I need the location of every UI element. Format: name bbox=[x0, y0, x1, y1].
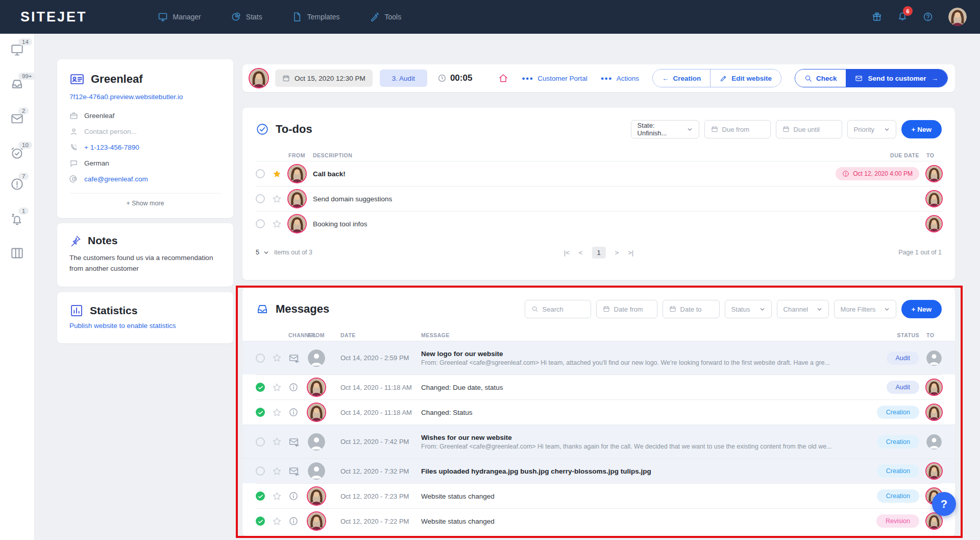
todo-due-until-filter[interactable]: Due until bbox=[776, 120, 842, 138]
message-row[interactable]: Oct 12, 2020 - 7:22 PMWebsite status cha… bbox=[256, 508, 942, 533]
rail-todos-alarm-icon[interactable]: 10 bbox=[10, 146, 24, 160]
sitejet-logo[interactable]: SITEJET bbox=[20, 9, 87, 25]
message-channel-filter[interactable]: Channel bbox=[777, 300, 829, 318]
message-from-avatar[interactable] bbox=[308, 512, 325, 530]
message-to-avatar[interactable] bbox=[926, 513, 942, 529]
home-icon[interactable] bbox=[498, 73, 508, 83]
rail-boards-icon[interactable] bbox=[10, 246, 24, 261]
star-icon[interactable] bbox=[272, 194, 282, 204]
message-to-avatar[interactable] bbox=[926, 350, 942, 366]
message-to-avatar[interactable] bbox=[926, 434, 942, 450]
message-row[interactable]: Oct 12, 2020 - 7:23 PMWebsite status cha… bbox=[256, 483, 942, 508]
todo-to-avatar[interactable] bbox=[926, 216, 942, 231]
todo-checkbox[interactable] bbox=[256, 169, 265, 178]
new-todo-button[interactable]: + New bbox=[901, 120, 942, 138]
status-badge[interactable]: Creation bbox=[877, 435, 919, 449]
message-date-to-filter[interactable]: Date to bbox=[663, 300, 720, 318]
rail-alerts-icon[interactable]: 7 bbox=[10, 177, 24, 192]
project-avatar[interactable] bbox=[250, 69, 268, 87]
rail-snooze-bell-icon[interactable]: 1 bbox=[10, 212, 24, 226]
customer-field-value[interactable]: + 1-123-456-7890 bbox=[84, 144, 139, 151]
nav-item-tools[interactable]: Tools bbox=[370, 12, 402, 22]
send-to-customer-button[interactable]: Send to customer → bbox=[846, 69, 947, 87]
message-read-checkbox[interactable] bbox=[256, 516, 265, 526]
message-read-checkbox[interactable] bbox=[256, 408, 265, 417]
phase-chip[interactable]: 3. Audit bbox=[380, 69, 427, 87]
message-row[interactable]: Oct 14, 2020 - 2:59 PMNew logo for our w… bbox=[242, 341, 955, 374]
todo-title[interactable]: Booking tool infos bbox=[313, 220, 912, 228]
first-page-button[interactable]: |< bbox=[564, 249, 570, 256]
status-badge[interactable]: Creation bbox=[877, 489, 919, 503]
new-message-button[interactable]: + New bbox=[901, 300, 942, 318]
customer-website-link[interactable]: 7f12e-476a0.preview.websitebutler.io bbox=[69, 93, 221, 101]
message-read-checkbox[interactable] bbox=[256, 383, 265, 392]
help-fab-button[interactable]: ? bbox=[932, 492, 956, 516]
nav-item-stats[interactable]: Stats bbox=[231, 12, 262, 22]
current-page[interactable]: 1 bbox=[592, 247, 605, 259]
todo-checkbox[interactable] bbox=[256, 219, 265, 228]
todo-row[interactable]: Call back!Oct 12, 2020 4:00 PM bbox=[256, 161, 942, 186]
rail-inbox-icon[interactable]: 99+ bbox=[10, 77, 24, 91]
show-more-button[interactable]: + Show more bbox=[69, 193, 221, 213]
page-size-select[interactable]: 5 bbox=[256, 249, 269, 256]
todo-due-from-filter[interactable]: Due from bbox=[704, 120, 771, 138]
message-from-avatar[interactable] bbox=[308, 379, 325, 396]
todo-row[interactable]: Booking tool infos bbox=[256, 211, 942, 236]
star-icon[interactable] bbox=[272, 466, 282, 476]
status-badge[interactable]: Revision bbox=[876, 514, 919, 528]
todo-to-avatar[interactable] bbox=[926, 166, 942, 181]
todo-checkbox[interactable] bbox=[256, 194, 265, 203]
notifications-bell[interactable]: 6 bbox=[897, 11, 908, 23]
todo-state-filter[interactable]: State: Unfinish... bbox=[631, 120, 699, 138]
customer-field-value[interactable]: cafe@greenleaf.com bbox=[84, 175, 148, 183]
todo-from-avatar[interactable] bbox=[288, 190, 306, 207]
customer-field-value[interactable]: Contact person... bbox=[84, 128, 137, 135]
status-badge[interactable]: Audit bbox=[887, 351, 920, 365]
todo-from-avatar[interactable] bbox=[288, 215, 306, 232]
help-icon[interactable] bbox=[923, 12, 933, 22]
next-page-button[interactable]: > bbox=[615, 249, 619, 256]
message-row[interactable]: Oct 12, 2020 - 7:42 PMWishes for our new… bbox=[242, 425, 955, 458]
message-row[interactable]: Oct 14, 2020 - 11:18 AMChanged: StatusCr… bbox=[256, 400, 942, 425]
customer-field[interactable]: + 1-123-456-7890 bbox=[69, 139, 221, 155]
todo-priority-filter[interactable]: Priority bbox=[847, 120, 896, 138]
message-row[interactable]: Oct 14, 2020 - 11:18 AMChanged: Due date… bbox=[256, 374, 942, 400]
star-icon[interactable] bbox=[272, 491, 282, 501]
message-content[interactable]: Changed: Due date, status bbox=[421, 384, 856, 391]
todo-from-avatar[interactable] bbox=[288, 165, 306, 182]
message-content[interactable]: Files uploaded hydrangea.jpg bush.jpg ch… bbox=[421, 467, 856, 475]
message-status-filter[interactable]: Status bbox=[725, 300, 772, 318]
star-icon[interactable] bbox=[272, 437, 282, 447]
publish-statistics-link[interactable]: Publish website to enable statistics bbox=[69, 322, 176, 330]
message-date-from-filter[interactable]: Date from bbox=[596, 300, 657, 318]
nav-item-manager[interactable]: Manager bbox=[158, 12, 201, 22]
message-read-checkbox[interactable] bbox=[256, 354, 265, 363]
todo-to-avatar[interactable] bbox=[926, 191, 942, 206]
message-row[interactable]: Oct 12, 2020 - 7:32 PMFiles uploaded hyd… bbox=[242, 458, 955, 483]
status-badge[interactable]: Creation bbox=[877, 406, 919, 419]
time-tracker[interactable]: 00:05 bbox=[437, 73, 472, 83]
star-icon[interactable] bbox=[272, 383, 282, 392]
edit-website-button[interactable]: Edit website bbox=[710, 69, 781, 87]
message-to-avatar[interactable] bbox=[926, 405, 942, 420]
star-icon[interactable] bbox=[272, 353, 282, 363]
message-to-avatar[interactable] bbox=[926, 463, 942, 479]
message-content[interactable]: Website status changed bbox=[421, 492, 856, 500]
message-read-checkbox[interactable] bbox=[256, 466, 265, 476]
message-from-avatar[interactable] bbox=[308, 462, 325, 480]
user-avatar[interactable] bbox=[948, 8, 967, 26]
message-read-checkbox[interactable] bbox=[256, 437, 265, 447]
customer-portal-link[interactable]: ●●● Customer Portal bbox=[522, 75, 587, 82]
message-more-filters[interactable]: More Filters bbox=[834, 300, 896, 318]
rail-websites-monitor-icon[interactable]: 14 bbox=[10, 43, 24, 57]
message-read-checkbox[interactable] bbox=[256, 491, 265, 501]
message-content[interactable]: New logo for our websiteFrom: Greenleaf … bbox=[421, 350, 856, 366]
message-from-avatar[interactable] bbox=[308, 349, 325, 367]
notes-body[interactable]: The customers found us via a recommendat… bbox=[69, 253, 221, 274]
search-input[interactable] bbox=[543, 306, 586, 313]
actions-link[interactable]: ●●● Actions bbox=[601, 75, 639, 82]
nav-item-templates[interactable]: Templates bbox=[292, 12, 340, 22]
message-content[interactable]: Changed: Status bbox=[421, 409, 856, 416]
todo-title[interactable]: Call back! bbox=[313, 170, 828, 178]
last-page-button[interactable]: >| bbox=[628, 249, 633, 256]
